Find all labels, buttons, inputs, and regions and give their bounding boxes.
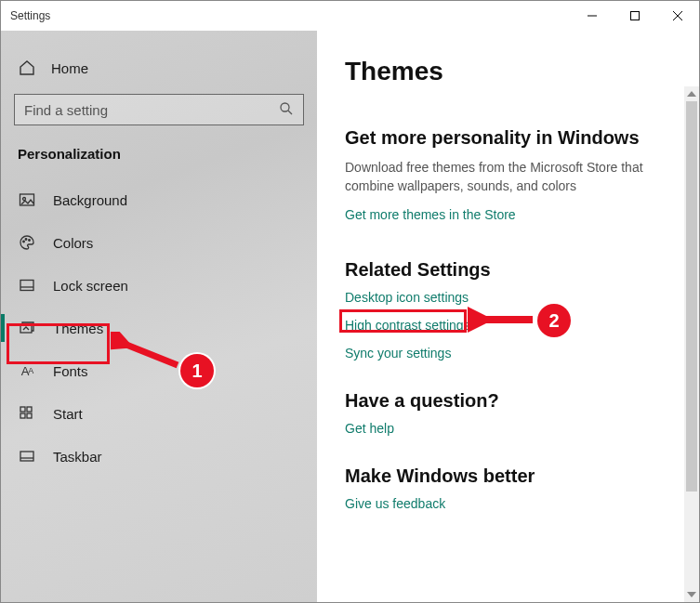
sidebar-item-label: Lock screen: [53, 278, 128, 294]
home-icon: [18, 59, 36, 77]
svg-point-8: [23, 241, 25, 243]
scroll-thumb[interactable]: [686, 101, 697, 492]
window-controls: [571, 1, 699, 31]
link-desktop-icon-settings[interactable]: Desktop icon settings: [345, 290, 690, 305]
scroll-down-icon[interactable]: [684, 587, 699, 602]
start-icon: [18, 404, 36, 423]
question-heading: Have a question?: [345, 390, 690, 412]
search-input[interactable]: [24, 102, 279, 118]
store-heading: Get more personality in Windows: [345, 127, 690, 149]
store-description: Download free themes from the Microsoft …: [345, 158, 652, 196]
home-button[interactable]: Home: [1, 47, 317, 88]
svg-line-5: [288, 111, 292, 114]
link-get-help[interactable]: Get help: [345, 421, 690, 436]
search-icon: [279, 101, 294, 119]
sidebar-item-taskbar[interactable]: Taskbar: [1, 435, 317, 478]
related-heading: Related Settings: [345, 259, 690, 281]
home-label: Home: [51, 60, 88, 76]
lockscreen-icon: [18, 276, 36, 295]
titlebar: Settings: [1, 1, 699, 31]
sidebar-item-fonts[interactable]: AA Fonts: [1, 349, 317, 392]
svg-rect-14: [20, 407, 25, 412]
svg-rect-18: [20, 452, 33, 461]
svg-point-9: [25, 239, 27, 241]
svg-rect-13: [20, 324, 32, 333]
svg-rect-1: [631, 12, 640, 20]
minimize-button[interactable]: [571, 1, 614, 31]
window-title: Settings: [1, 9, 50, 22]
link-sync-your-settings[interactable]: Sync your settings: [345, 346, 690, 360]
themes-icon: [18, 319, 36, 337]
palette-icon: [18, 233, 36, 252]
svg-rect-15: [27, 407, 32, 412]
sidebar-item-label: Themes: [53, 321, 103, 336]
sidebar-item-label: Fonts: [53, 363, 88, 379]
svg-point-7: [23, 198, 26, 201]
sidebar-item-label: Background: [53, 192, 127, 208]
link-give-feedback[interactable]: Give us feedback: [345, 496, 690, 511]
svg-rect-11: [20, 281, 33, 291]
svg-rect-16: [20, 413, 25, 418]
category-label: Personalization: [1, 138, 317, 178]
sidebar-item-colors[interactable]: Colors: [1, 221, 317, 264]
page-title: Themes: [345, 57, 690, 86]
sidebar-item-start[interactable]: Start: [1, 392, 317, 435]
taskbar-icon: [18, 447, 36, 465]
store-link[interactable]: Get more themes in the Store: [345, 207, 690, 222]
main-pane: Themes Get more personality in Windows D…: [317, 31, 699, 602]
close-button[interactable]: [656, 1, 699, 31]
scrollbar[interactable]: [684, 86, 699, 602]
picture-icon: [18, 190, 36, 209]
svg-point-4: [281, 103, 289, 111]
sidebar-item-background[interactable]: Background: [1, 178, 317, 221]
search-box[interactable]: [14, 94, 304, 125]
sidebar-item-lockscreen[interactable]: Lock screen: [1, 264, 317, 307]
feedback-heading: Make Windows better: [345, 465, 690, 487]
scroll-up-icon[interactable]: [684, 86, 699, 101]
svg-rect-17: [27, 413, 32, 418]
sidebar-item-label: Start: [53, 406, 83, 422]
svg-point-10: [29, 240, 31, 242]
link-high-contrast-settings[interactable]: High contrast settings: [345, 318, 690, 333]
sidebar: Home Personalization Background Colors: [1, 31, 317, 602]
fonts-icon: AA: [18, 361, 36, 380]
sidebar-item-label: Taskbar: [53, 449, 102, 465]
sidebar-item-label: Colors: [53, 235, 93, 251]
maximize-button[interactable]: [614, 1, 656, 31]
sidebar-item-themes[interactable]: Themes: [1, 307, 317, 349]
